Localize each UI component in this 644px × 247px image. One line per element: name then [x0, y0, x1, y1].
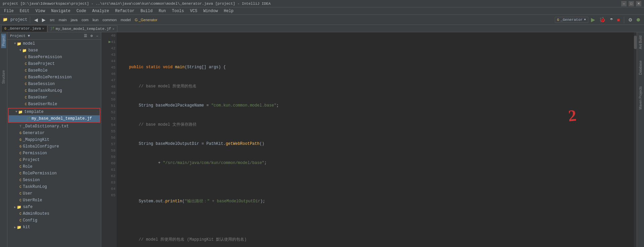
- run-config-label: _Generator: [560, 18, 583, 22]
- tree-label-rolepermission: RolePermission: [23, 171, 57, 176]
- vertical-scrollbar[interactable]: [634, 32, 637, 247]
- toolbar-separator-2: [624, 16, 624, 23]
- sidebar-icon-2[interactable]: ⚙: [91, 34, 93, 38]
- tree-node-rolepermission[interactable]: C RolePermission: [7, 170, 101, 177]
- tree-node-permission[interactable]: C Permission: [7, 150, 101, 157]
- tree-node-generator[interactable]: G Generator: [7, 130, 101, 136]
- run-button[interactable]: ▶: [590, 16, 596, 24]
- menu-item-vcs[interactable]: VCS: [187, 8, 200, 14]
- tree-node-model[interactable]: ▼ 📁 model: [7, 40, 101, 47]
- tree-node-datadictionary[interactable]: T _DataDictionary.txt: [7, 123, 101, 130]
- tree-node-baserole[interactable]: C BaseRole: [7, 67, 101, 74]
- tree-node-adminroutes[interactable]: C AdminRoutes: [7, 210, 101, 217]
- scrollbar-thumb[interactable]: [634, 36, 637, 49]
- minimize-button[interactable]: –: [621, 1, 627, 6]
- tree-node-mybasemodel[interactable]: jf my_base_model_template.jf: [9, 115, 100, 122]
- maximize-button[interactable]: □: [629, 1, 634, 6]
- gutter-44: 44: [101, 58, 117, 64]
- menu-item-build[interactable]: Build: [138, 8, 155, 14]
- gutter-58: 58: [101, 147, 117, 154]
- tree-node-base[interactable]: ▼ 📁 base: [7, 47, 101, 54]
- tree-label-basesession: BaseSession: [28, 82, 55, 86]
- tree-label-basepermission: BasePermission: [28, 55, 62, 59]
- tree-node-basepermission[interactable]: C BasePermission: [7, 54, 101, 60]
- menu-item-tools[interactable]: Tools: [169, 8, 187, 14]
- toolbar-separator: [30, 16, 30, 23]
- gutter-54: 54: [101, 122, 117, 128]
- tree-node-role[interactable]: C Role: [7, 163, 101, 170]
- tree-label-user: User: [23, 191, 33, 196]
- back-button[interactable]: ◀: [33, 16, 39, 23]
- file-icon-mybasemodel: jf: [26, 117, 30, 121]
- tree-node-baserolepermission[interactable]: C BaseRolePermission: [7, 74, 101, 81]
- file-icon-role: C: [19, 165, 21, 169]
- menu-item-help[interactable]: Help: [221, 8, 236, 14]
- tree-node-baseuserrole[interactable]: C BaseUserRole: [7, 101, 101, 108]
- model-button[interactable]: model: [119, 17, 132, 23]
- code-content[interactable]: public static void main(String[] args) {…: [117, 32, 637, 247]
- settings-button[interactable]: ⚙: [627, 16, 634, 23]
- database-panel-button[interactable]: Database: [638, 58, 643, 77]
- tree-node-taskrunlog[interactable]: C TaskRunLog: [7, 183, 101, 190]
- maven-panel-button[interactable]: Maven Projects: [638, 84, 643, 112]
- tab-close-generator[interactable]: ✕: [42, 27, 44, 31]
- gutter-52: 52: [101, 109, 117, 115]
- project-panel-button[interactable]: Project: [1, 34, 6, 48]
- menu-item-refactor[interactable]: Refactor: [112, 8, 137, 14]
- menu-item-view[interactable]: View: [33, 8, 48, 14]
- main-button[interactable]: main: [57, 17, 68, 23]
- tab-generator[interactable]: G _Generator.java ✕: [1, 25, 47, 32]
- generator-button[interactable]: G _Generator: [133, 17, 159, 23]
- sidebar-icon-1[interactable]: ☰: [84, 34, 87, 38]
- structure-panel-button[interactable]: Structure: [1, 68, 6, 86]
- menu-item-window[interactable]: Window: [201, 8, 220, 14]
- folder-icon-model: 📁: [17, 42, 21, 46]
- menu-item-navigate[interactable]: Navigate: [48, 8, 73, 14]
- tree-node-kit[interactable]: ▶ 📁 kit: [7, 224, 101, 231]
- tree-node-mappingkit[interactable]: G _MappingKit: [7, 136, 101, 143]
- ant-build-panel-button[interactable]: Ant Build: [638, 34, 643, 51]
- forward-button[interactable]: ▶: [41, 16, 47, 23]
- tree-node-globalconfigure[interactable]: G GlobalConfigure: [7, 143, 101, 150]
- tab-template[interactable]: jf my_base_model_template.jf ✕: [47, 25, 117, 32]
- run-config[interactable]: G _Generator ▼: [555, 17, 588, 23]
- tree-node-userrole[interactable]: C UserRole: [7, 197, 101, 204]
- tree-node-safe[interactable]: ▶ 📁 safe: [7, 204, 101, 210]
- tree-label-baseuser: BaseUser: [28, 95, 48, 100]
- editor[interactable]: 40 ▶ 41 42 43 44 45 46 47 48 49 50 51 52: [101, 32, 637, 247]
- menu-item-run[interactable]: Run: [156, 8, 169, 14]
- menu-item-edit[interactable]: Edit: [17, 8, 32, 14]
- tree-node-baseuser[interactable]: C BaseUser: [7, 94, 101, 101]
- gutter-47: 47: [101, 77, 117, 83]
- tree-node-user[interactable]: C User: [7, 190, 101, 197]
- java-button[interactable]: java: [69, 17, 79, 23]
- tree-label-userrole: UserRole: [23, 198, 42, 203]
- gutter-45: 45: [101, 64, 117, 71]
- close-button[interactable]: ✕: [636, 1, 641, 6]
- tree-label-adminroutes: AdminRoutes: [23, 211, 49, 216]
- gutter-50: 50: [101, 96, 117, 102]
- coverage-button[interactable]: ☂: [608, 17, 614, 23]
- tree-node-template[interactable]: ▼ 📁 template: [9, 109, 100, 115]
- tree-node-config[interactable]: C Config: [7, 217, 101, 224]
- tree-node-project[interactable]: C Project: [7, 157, 101, 163]
- kun-button[interactable]: kun: [91, 17, 100, 23]
- tab-close-template[interactable]: ✕: [112, 27, 114, 31]
- com-button[interactable]: com: [80, 17, 90, 23]
- menu-item-code[interactable]: Code: [74, 8, 89, 14]
- stop-button[interactable]: ■: [616, 16, 621, 23]
- debug-button[interactable]: 🐞: [598, 16, 607, 24]
- gutter-60: 60: [101, 160, 117, 166]
- menu-item-analyze[interactable]: Analyze: [90, 8, 112, 14]
- tree-node-baseproject[interactable]: C BaseProject: [7, 60, 101, 67]
- tree-label-basetaskrunlog: BaseTaskRunLog: [28, 88, 62, 93]
- tree-node-basetaskrunlog[interactable]: C BaseTaskRunLog: [7, 87, 101, 94]
- code-line-46: + "/src/main/java/com/kun/common/model/b…: [119, 160, 634, 166]
- run-config-icon: G: [557, 18, 559, 22]
- common-button[interactable]: common: [101, 17, 118, 23]
- src-button[interactable]: src: [48, 17, 56, 23]
- sidebar-icon-3[interactable]: –: [96, 34, 98, 38]
- tree-node-session[interactable]: C Session: [7, 177, 101, 183]
- menu-item-file[interactable]: File: [1, 8, 16, 14]
- tree-node-basesession[interactable]: C BaseSession: [7, 81, 101, 87]
